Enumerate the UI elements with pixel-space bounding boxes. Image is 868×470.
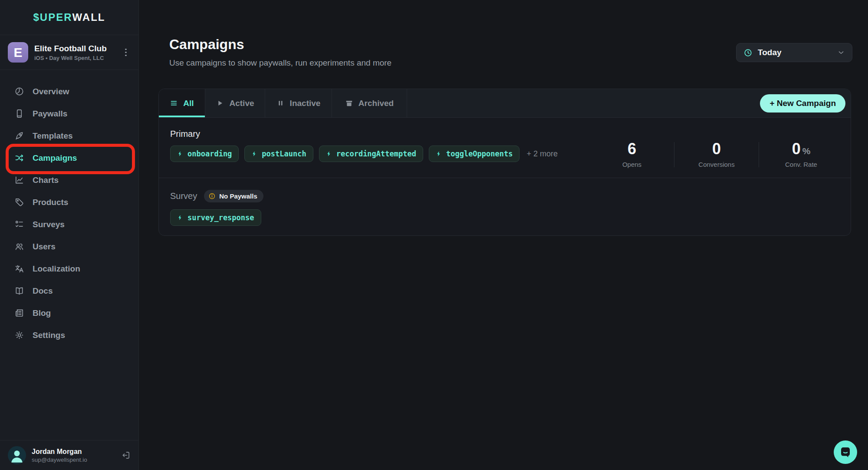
- trigger-tag: recordingAttempted: [319, 146, 423, 162]
- sidebar-item-products[interactable]: Products: [0, 191, 138, 213]
- stat-suffix: %: [802, 146, 811, 156]
- workspace-menu-icon[interactable]: [121, 47, 131, 58]
- sidebar-item-label: Docs: [33, 286, 53, 296]
- logout-button[interactable]: [121, 450, 131, 460]
- stat-divider: [674, 142, 674, 167]
- sidebar-item-label: Overview: [33, 87, 69, 96]
- sidebar: $UPERWALL E Elite Football Club iOS • Da…: [0, 0, 139, 470]
- logo-text-teal: $UPER: [33, 11, 72, 23]
- bolt-icon: [177, 151, 183, 157]
- stat-opens: 6 Opens: [594, 141, 670, 168]
- user-name: Jordan Morgan: [32, 448, 115, 456]
- sidebar-item-label: Localization: [33, 264, 80, 274]
- sidebar-item-label: Charts: [33, 175, 59, 185]
- sidebar-item-label: Campaigns: [33, 153, 77, 163]
- users-icon: [14, 242, 24, 252]
- sidebar-item-charts[interactable]: Charts: [0, 169, 138, 191]
- sidebar-item-localization[interactable]: Localization: [0, 258, 138, 280]
- sidebar-item-label: Paywalls: [33, 109, 67, 119]
- list-icon: [170, 99, 178, 107]
- superwall-logo: $UPERWALL: [0, 0, 138, 35]
- info-icon: [208, 192, 216, 200]
- trigger-name: survey_response: [187, 213, 254, 222]
- stat-label: Conv. Rate: [763, 161, 839, 168]
- bolt-icon: [177, 215, 183, 221]
- localization-icon: [14, 264, 24, 274]
- tab-label: Active: [229, 99, 254, 108]
- tab-archived[interactable]: Archived: [332, 89, 407, 117]
- sidebar-item-paywalls[interactable]: Paywalls: [0, 103, 138, 125]
- bolt-icon: [251, 151, 257, 157]
- workspace-name: Elite Football Club: [34, 44, 115, 53]
- products-icon: [14, 197, 24, 207]
- trigger-tag: onboarding: [170, 146, 239, 162]
- charts-icon: [14, 175, 24, 185]
- campaign-name: Survey: [170, 191, 197, 201]
- logout-icon: [121, 450, 131, 460]
- campaign-row-survey[interactable]: Survey No Paywalls survey_response: [159, 178, 851, 235]
- stat-conversions: 0 Conversions: [678, 141, 755, 168]
- trigger-tag: postLaunch: [244, 146, 313, 162]
- sidebar-item-surveys[interactable]: Surveys: [0, 213, 138, 235]
- settings-icon: [14, 330, 24, 340]
- sidebar-item-label: Users: [33, 242, 56, 252]
- stat-value: 6: [594, 141, 670, 157]
- user-info: Jordan Morgan sup@daywellspent.io: [32, 448, 115, 463]
- chevron-down-icon: [837, 49, 845, 56]
- play-icon: [216, 99, 224, 107]
- sidebar-item-settings[interactable]: Settings: [0, 324, 138, 346]
- stat-label: Opens: [594, 161, 670, 168]
- overview-icon: [14, 86, 24, 96]
- trigger-tag: survey_response: [170, 209, 261, 226]
- stat-conv-rate: 0% Conv. Rate: [763, 141, 839, 168]
- tab-inactive[interactable]: Inactive: [265, 89, 332, 117]
- new-campaign-button[interactable]: + New Campaign: [760, 94, 845, 113]
- page-subtitle: Use campaigns to show paywalls, run expe…: [169, 58, 391, 68]
- campaigns-panel: All Active Inactive Archived + New Campa…: [158, 89, 851, 236]
- trigger-tag: toggleOpponents: [429, 146, 520, 162]
- trigger-tags: onboarding postLaunch recordingAttempted…: [170, 146, 558, 162]
- tab-all[interactable]: All: [159, 89, 205, 117]
- trigger-name: recordingAttempted: [336, 149, 416, 158]
- user-email: sup@daywellspent.io: [32, 457, 115, 463]
- surveys-icon: [14, 219, 24, 229]
- sidebar-item-blog[interactable]: Blog: [0, 302, 138, 324]
- tab-active[interactable]: Active: [205, 89, 265, 117]
- survey-header: Survey No Paywalls: [170, 190, 839, 202]
- campaign-info: Primary onboarding postLaunch recordingA…: [170, 129, 558, 178]
- sidebar-item-campaigns[interactable]: Campaigns: [0, 147, 138, 169]
- page-title: Campaigns: [169, 36, 244, 53]
- date-range-dropdown[interactable]: Today: [736, 43, 852, 62]
- chat-launcher-button[interactable]: [834, 440, 857, 464]
- account-footer: Jordan Morgan sup@daywellspent.io: [0, 440, 138, 470]
- person-icon: [8, 447, 26, 464]
- tab-strip: All Active Inactive Archived + New Campa…: [159, 89, 851, 118]
- more-triggers-label: + 2 more: [526, 149, 558, 159]
- sidebar-item-overview[interactable]: Overview: [0, 80, 138, 103]
- workspace-avatar: E: [8, 42, 28, 63]
- campaign-stats: 6 Opens 0 Conversions 0% Conv. Rate: [594, 132, 839, 178]
- workspace-meta: iOS • Day Well Spent, LLC: [34, 55, 115, 61]
- templates-icon: [14, 131, 24, 141]
- sidebar-nav: Overview Paywalls Templates Campaigns Ch…: [0, 70, 138, 440]
- trigger-name: onboarding: [187, 149, 232, 158]
- paywalls-icon: [14, 109, 24, 119]
- logo-text-white: WALL: [72, 11, 105, 23]
- sidebar-item-docs[interactable]: Docs: [0, 280, 138, 302]
- blog-icon: [14, 308, 24, 318]
- badge-label: No Paywalls: [219, 192, 257, 200]
- workspace-switcher[interactable]: E Elite Football Club iOS • Day Well Spe…: [0, 35, 138, 70]
- campaign-row-primary[interactable]: Primary onboarding postLaunch recordingA…: [159, 118, 851, 178]
- stat-value: 0%: [763, 141, 839, 157]
- sidebar-item-label: Surveys: [33, 220, 65, 229]
- tab-label: Archived: [358, 99, 394, 108]
- sidebar-item-label: Templates: [33, 131, 73, 141]
- sidebar-item-users[interactable]: Users: [0, 235, 138, 258]
- tab-label: All: [183, 99, 194, 108]
- trigger-tags: survey_response: [170, 209, 839, 226]
- campaigns-icon: [14, 153, 24, 163]
- archive-icon: [345, 99, 353, 107]
- workspace-info: Elite Football Club iOS • Day Well Spent…: [34, 44, 115, 61]
- clock-icon: [743, 48, 753, 57]
- sidebar-item-templates[interactable]: Templates: [0, 125, 138, 147]
